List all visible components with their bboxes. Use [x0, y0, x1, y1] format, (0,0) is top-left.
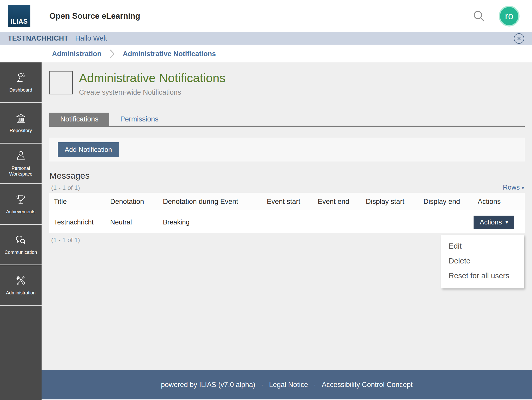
page-title: Administrative Notifications	[79, 71, 225, 85]
lamp-icon	[15, 72, 27, 84]
row-actions-button[interactable]: Actions▾	[474, 216, 514, 229]
ilias-logo-text: ILIAS	[10, 18, 28, 25]
cell-denotation: Neutral	[106, 211, 158, 233]
sidebar-filler	[0, 306, 42, 400]
notification-close-button[interactable]	[514, 33, 524, 44]
actions-cell: Actions▾ Edit Delete Reset for all users	[478, 216, 525, 229]
toolbar: Add Notification	[49, 138, 525, 162]
tab-notifications[interactable]: Notifications	[49, 113, 109, 126]
chevron-right-icon	[109, 49, 115, 58]
column-header-display-start: Display start	[361, 193, 419, 211]
table-controls: (1 - 1 of 1) Rows ▾	[49, 183, 525, 191]
sidebar-item-administration[interactable]: Administration	[0, 265, 42, 306]
cell-event-start	[262, 211, 313, 233]
sidebar-item-repository[interactable]: Repository	[0, 103, 42, 144]
column-header-display-end: Display end	[419, 193, 473, 211]
breadcrumb: Administration Administrative Notificati…	[0, 45, 532, 62]
caret-down-icon: ▾	[506, 219, 508, 225]
sidebar-item-personal-workspace[interactable]: Personal Workspace	[0, 144, 42, 184]
close-icon	[516, 36, 522, 41]
column-header-actions: Actions	[473, 193, 525, 211]
footer: powered by ILIAS (v7.0 alpha) · Legal No…	[42, 370, 532, 399]
title-block: Administrative Notifications Create syst…	[79, 71, 225, 96]
column-header-denotation-during-event: Denotation during Event	[158, 193, 262, 211]
result-range-top: (1 - 1 of 1)	[49, 184, 80, 191]
table-header-row: Title Denotation Denotation during Event…	[49, 193, 525, 211]
actions-button-label: Actions	[480, 218, 502, 226]
messages-table: Title Denotation Denotation during Event…	[49, 193, 525, 233]
column-header-event-start: Event start	[262, 193, 313, 211]
cell-denotation-during-event: Breaking	[158, 211, 262, 233]
tab-permissions[interactable]: Permissions	[109, 113, 169, 126]
sidebar-item-label: Dashboard	[8, 87, 34, 93]
sidebar-item-label: Achievements	[4, 209, 37, 215]
sidebar-item-label: Personal Workspace	[0, 165, 42, 177]
cell-display-end	[419, 211, 473, 233]
footer-separator: ·	[314, 381, 316, 389]
cell-title: Testnachricht	[49, 211, 106, 233]
table-row: Testnachricht Neutral Breaking Actions▾	[49, 211, 525, 233]
sidebar-item-label: Administration	[4, 290, 37, 296]
footer-separator: ·	[261, 381, 263, 389]
sidebar-item-communication[interactable]: Communication	[0, 225, 42, 265]
sidebar: Dashboard Repository Personal Workspace	[0, 62, 42, 400]
column-header-title: Title	[49, 193, 106, 211]
page-subtitle: Create system-wide Notifications	[79, 88, 225, 96]
trophy-icon	[15, 193, 27, 205]
accessibility-control-concept-link[interactable]: Accessibility Control Concept	[322, 381, 413, 389]
header-right: ro	[472, 6, 520, 27]
bank-icon	[15, 112, 27, 124]
breadcrumb-administration[interactable]: Administration	[52, 50, 102, 58]
sidebar-item-label: Repository	[8, 128, 34, 134]
notification-bar: TESTNACHRICHT Hallo Welt	[0, 32, 532, 45]
ilias-logo[interactable]: ILIAS	[8, 5, 30, 27]
person-icon	[15, 150, 27, 162]
body: Dashboard Repository Personal Workspace	[0, 62, 532, 400]
actions-dropdown-menu: Edit Delete Reset for all users	[441, 235, 524, 288]
column-header-event-end: Event end	[313, 193, 361, 211]
menu-item-edit[interactable]: Edit	[441, 239, 524, 254]
table-title: Messages	[49, 171, 525, 181]
legal-notice-link[interactable]: Legal Notice	[269, 381, 308, 389]
avatar-initials: ro	[505, 11, 513, 22]
page: ILIAS Open Source eLearning ro TESTNACHR…	[0, 0, 532, 400]
rows-dropdown[interactable]: Rows ▾	[503, 183, 525, 191]
cell-display-start	[361, 211, 419, 233]
tab-bar: Notifications Permissions	[49, 113, 525, 127]
powered-by-text: powered by ILIAS (v7.0 alpha)	[161, 381, 255, 389]
rows-label: Rows	[503, 183, 520, 191]
main-content: Administrative Notifications Create syst…	[42, 62, 532, 370]
column-header-denotation: Denotation	[106, 193, 158, 211]
object-icon-placeholder	[49, 71, 73, 94]
page-header: Administrative Notifications Create syst…	[49, 71, 525, 96]
sidebar-item-dashboard[interactable]: Dashboard	[0, 62, 42, 103]
menu-item-delete[interactable]: Delete	[441, 254, 524, 268]
notification-message: Hallo Welt	[75, 34, 107, 42]
search-icon	[472, 9, 486, 23]
notification-title: TESTNACHRICHT	[8, 34, 68, 42]
cell-event-end	[313, 211, 361, 233]
caret-down-icon: ▾	[522, 185, 524, 191]
cell-actions: Actions▾ Edit Delete Reset for all users	[473, 211, 525, 233]
chat-icon	[15, 234, 27, 246]
search-button[interactable]	[472, 9, 486, 23]
menu-item-reset-for-all-users[interactable]: Reset for all users	[441, 268, 524, 283]
breadcrumb-administrative-notifications[interactable]: Administrative Notifications	[123, 50, 216, 58]
top-header: ILIAS Open Source eLearning ro	[0, 0, 532, 32]
add-notification-button[interactable]: Add Notification	[58, 142, 119, 157]
result-range-bottom: (1 - 1 of 1)	[49, 236, 80, 244]
app-title: Open Source eLearning	[49, 11, 140, 21]
tools-icon	[15, 275, 27, 287]
sidebar-item-label: Communication	[3, 249, 38, 255]
sidebar-item-achievements[interactable]: Achievements	[0, 184, 42, 225]
user-avatar[interactable]: ro	[499, 6, 520, 27]
content-column: Administrative Notifications Create syst…	[42, 62, 532, 400]
